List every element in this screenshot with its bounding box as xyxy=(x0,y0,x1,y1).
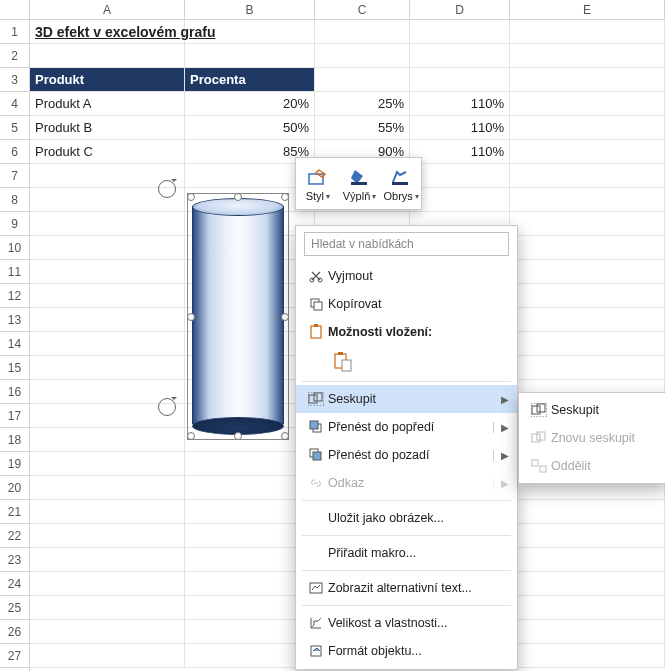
cell[interactable] xyxy=(30,524,185,547)
row-header[interactable]: 7 xyxy=(0,164,29,188)
rotate-handle-icon[interactable] xyxy=(158,180,176,198)
menu-format-object[interactable]: Formát objektu... xyxy=(296,637,517,665)
cell[interactable] xyxy=(510,620,665,643)
menu-size-properties[interactable]: Velikost a vlastnosti... xyxy=(296,609,517,637)
cell[interactable] xyxy=(410,44,510,67)
cell[interactable] xyxy=(510,644,665,667)
menu-save-as-picture[interactable]: Uložit jako obrázek... xyxy=(296,504,517,532)
cell[interactable] xyxy=(510,68,665,91)
resize-handle[interactable] xyxy=(187,193,195,201)
row-header[interactable]: 25 xyxy=(0,596,29,620)
menu-bring-to-front[interactable]: Přenést do popředí ▶ xyxy=(296,413,517,441)
row-header[interactable]: 10 xyxy=(0,236,29,260)
cell[interactable] xyxy=(510,236,665,259)
cell[interactable] xyxy=(315,44,410,67)
cell[interactable] xyxy=(510,284,665,307)
cell[interactable] xyxy=(30,500,185,523)
row-header[interactable]: 27 xyxy=(0,644,29,668)
row-header[interactable]: 1 xyxy=(0,20,29,44)
cell[interactable] xyxy=(30,572,185,595)
row-header[interactable]: 21 xyxy=(0,500,29,524)
row-header[interactable]: 17 xyxy=(0,404,29,428)
cell[interactable] xyxy=(510,188,665,211)
shape-cylinder[interactable] xyxy=(192,198,284,435)
cell[interactable] xyxy=(510,140,665,163)
cell[interactable]: 55% xyxy=(315,116,410,139)
cell[interactable] xyxy=(510,212,665,235)
resize-handle[interactable] xyxy=(234,193,242,201)
cell[interactable] xyxy=(510,332,665,355)
cell[interactable]: Produkt A xyxy=(30,92,185,115)
row-header[interactable]: 12 xyxy=(0,284,29,308)
cell[interactable] xyxy=(315,68,410,91)
col-header-d[interactable]: D xyxy=(410,0,510,19)
cell[interactable] xyxy=(410,68,510,91)
cell[interactable] xyxy=(510,20,665,43)
cell[interactable] xyxy=(510,308,665,331)
row-header[interactable]: 8 xyxy=(0,188,29,212)
row-header[interactable]: 19 xyxy=(0,452,29,476)
cell[interactable] xyxy=(30,644,185,667)
row-header[interactable]: 22 xyxy=(0,524,29,548)
cell[interactable] xyxy=(510,596,665,619)
cell[interactable] xyxy=(510,548,665,571)
row-header[interactable]: 2 xyxy=(0,44,29,68)
row-header[interactable]: 16 xyxy=(0,380,29,404)
cell[interactable]: Produkt C xyxy=(30,140,185,163)
cell[interactable]: 50% xyxy=(185,116,315,139)
cell[interactable] xyxy=(510,260,665,283)
menu-alt-text[interactable]: Zobrazit alternativní text... xyxy=(296,574,517,602)
cell[interactable] xyxy=(30,212,185,235)
row-header[interactable]: 18 xyxy=(0,428,29,452)
menu-assign-macro[interactable]: Přiřadit makro... xyxy=(296,539,517,567)
cell[interactable]: 20% xyxy=(185,92,315,115)
cell[interactable] xyxy=(30,476,185,499)
cell[interactable] xyxy=(30,236,185,259)
cell[interactable] xyxy=(30,284,185,307)
col-header-a[interactable]: A xyxy=(30,0,185,19)
row-header[interactable]: 24 xyxy=(0,572,29,596)
cell[interactable] xyxy=(315,20,410,43)
cell[interactable] xyxy=(510,44,665,67)
cell[interactable]: 110% xyxy=(410,92,510,115)
resize-handle[interactable] xyxy=(187,432,195,440)
outline-button[interactable]: Obrys▾ xyxy=(379,158,421,209)
cell[interactable] xyxy=(30,260,185,283)
cell[interactable] xyxy=(30,308,185,331)
resize-handle[interactable] xyxy=(187,313,195,321)
cell[interactable] xyxy=(30,332,185,355)
cell[interactable] xyxy=(410,20,510,43)
cell[interactable]: 110% xyxy=(410,140,510,163)
row-header[interactable]: 20 xyxy=(0,476,29,500)
cell[interactable] xyxy=(185,20,315,43)
cell[interactable] xyxy=(510,116,665,139)
menu-cut[interactable]: Vyjmout xyxy=(296,262,517,290)
cell[interactable] xyxy=(30,452,185,475)
resize-handle[interactable] xyxy=(281,193,289,201)
menu-group[interactable]: Seskupit ▶ xyxy=(296,385,517,413)
cell[interactable] xyxy=(30,596,185,619)
submenu-group[interactable]: Seskupit xyxy=(519,396,665,424)
cell-header-procenta[interactable]: Procenta xyxy=(185,68,315,91)
resize-handle[interactable] xyxy=(234,432,242,440)
row-header[interactable]: 15 xyxy=(0,356,29,380)
menu-send-to-back[interactable]: Přenést do pozadí ▶ xyxy=(296,441,517,469)
cell[interactable] xyxy=(510,92,665,115)
cell[interactable] xyxy=(510,524,665,547)
cell[interactable] xyxy=(410,188,510,211)
cell[interactable] xyxy=(510,164,665,187)
cell[interactable] xyxy=(410,164,510,187)
cell[interactable] xyxy=(30,44,185,67)
row-header[interactable]: 23 xyxy=(0,548,29,572)
row-header[interactable]: 9 xyxy=(0,212,29,236)
style-button[interactable]: Styl▾ xyxy=(296,158,338,209)
cell[interactable]: Produkt B xyxy=(30,116,185,139)
row-header[interactable]: 11 xyxy=(0,260,29,284)
fill-button[interactable]: Výplň▾ xyxy=(338,158,380,209)
resize-handle[interactable] xyxy=(281,432,289,440)
cell[interactable] xyxy=(30,620,185,643)
menu-search-input[interactable]: Hledat v nabídkách xyxy=(304,232,509,256)
cell[interactable] xyxy=(30,548,185,571)
select-all-corner[interactable] xyxy=(0,0,30,19)
paste-option-button[interactable] xyxy=(328,348,358,376)
